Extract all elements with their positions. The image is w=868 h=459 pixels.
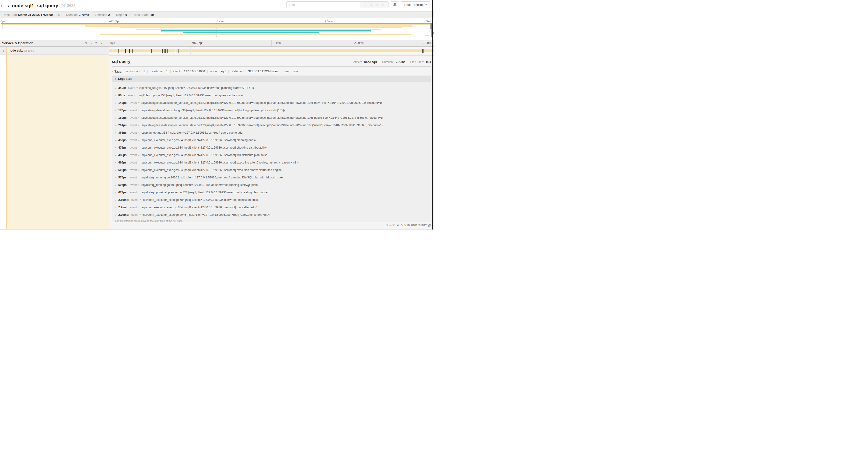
horizontal-scrollbar-track[interactable] xyxy=(0,229,434,230)
back-arrow-icon: ← xyxy=(1,3,4,8)
span-row-name-column[interactable]: ∨ node sql1 sql query xyxy=(0,47,109,55)
clear-find-icon[interactable]: × xyxy=(382,3,384,6)
log-timestamp: 142μs: xyxy=(118,101,128,104)
trace-summary-bar: Trace StartMarch 31 2022, 17:25:09.326Du… xyxy=(0,11,434,18)
log-timestamp: 2.69ms: xyxy=(118,198,129,201)
minimap-span-bar xyxy=(85,25,412,27)
log-row[interactable]: ›2.7ms:event=‹sql/conn_executor_exec.go:… xyxy=(112,204,431,211)
log-timestamp: 495μs: xyxy=(118,161,128,164)
log-row[interactable]: ›366μs:event=‹sql/plan_opt.go:358 [nsql1… xyxy=(112,129,431,136)
chevron-right-icon: › xyxy=(115,139,118,142)
log-row[interactable]: ›486μs:event=‹sql/conn_executor_exec.go:… xyxy=(112,151,431,159)
view-selector-button[interactable]: Trace Timeline ∨ xyxy=(401,1,430,8)
find-controls: ◎ ∧ ∨ × xyxy=(360,2,388,8)
service-operation-header: Service & Operation ∨ › » » || xyxy=(0,40,109,46)
logs-header[interactable]: ∨ Logs (18) xyxy=(112,76,431,82)
log-marker-tick xyxy=(166,49,167,53)
span-children-collapse-icon[interactable]: ∨ xyxy=(2,49,4,52)
back-button[interactable]: ← xyxy=(0,0,5,11)
trace-collapse-icon[interactable]: ∨ xyxy=(7,4,10,8)
span-id-row: SpanID: 4877749850101760812 xyxy=(386,224,431,227)
minimap-span-bar xyxy=(425,35,429,36)
log-row[interactable]: ›2.69ms:event=‹sql/conn_executor_exec.go… xyxy=(112,196,431,204)
log-row[interactable]: ›176μs:event=‹sql/catalog/descs/descript… xyxy=(112,107,431,114)
log-marker-tick xyxy=(125,49,126,53)
span-detail-title: sql query xyxy=(112,59,130,64)
log-marker-tick xyxy=(176,49,176,53)
timeline-tick-label: 0μs xyxy=(111,41,115,44)
minimap-left-scrubber[interactable] xyxy=(3,24,3,29)
summary-item: Services2 xyxy=(95,13,110,17)
column-resize-handle[interactable]: || xyxy=(106,43,107,46)
deep-link-icon[interactable] xyxy=(428,224,431,227)
keyboard-shortcuts-button[interactable]: ⌘ xyxy=(391,1,399,8)
page-header: ← ∨ node sql1: sql query 7418682 ◎ ∧ ∨ ×… xyxy=(0,0,434,11)
log-timestamp: 476μs: xyxy=(118,146,128,149)
log-row[interactable]: ›201μs:event=‹sql/catalog/lease/descript… xyxy=(112,122,431,129)
log-row[interactable]: ›476μs:event=‹sql/conn_executor_exec.go:… xyxy=(112,144,431,151)
log-row[interactable]: ›574μs:event=‹sql/distsql_running.go:142… xyxy=(112,174,431,181)
log-row[interactable]: ›189μs:event=‹sql/catalog/lease/descript… xyxy=(112,114,431,122)
log-row[interactable]: ›678μs:event=‹sql/distsql_physical_plann… xyxy=(112,189,431,196)
log-row[interactable]: ›34μs:event=‹sql/exec_util.go:2297 [nsql… xyxy=(112,84,431,92)
log-timestamp: 597μs: xyxy=(118,183,128,187)
equals-sign: = xyxy=(140,198,141,201)
minimap-span-bar xyxy=(136,29,381,30)
log-row[interactable]: ›597μs:event=‹sql/distsql_running.go:498… xyxy=(112,181,431,189)
log-field-key: event xyxy=(128,86,135,90)
log-marker-tick xyxy=(162,49,163,53)
timeline-tick-column: 697.75μs xyxy=(190,40,272,46)
find-input[interactable] xyxy=(286,2,360,8)
log-row[interactable]: ›495μs:event=‹sql/conn_executor_exec.go:… xyxy=(112,159,431,166)
equals-sign: = xyxy=(138,131,139,134)
detail-meta-value: 2.79ms xyxy=(396,60,406,64)
span-row-timeline[interactable] xyxy=(109,47,434,55)
equals-sign: = xyxy=(138,101,139,104)
log-row[interactable]: ›142μs:event=‹sql/catalog/lease/descript… xyxy=(112,99,431,107)
trace-id: 7418682 xyxy=(61,4,75,8)
collapse-one-icon[interactable]: ∨ xyxy=(85,41,87,44)
log-row[interactable]: ›502μs:event=‹sql/conn_executor_exec.go:… xyxy=(112,166,431,174)
equals-sign: = xyxy=(138,206,139,209)
tag-value: root xyxy=(293,70,299,73)
timeline-tick-label: 697.75μs xyxy=(192,41,204,44)
locate-icon[interactable]: ◎ xyxy=(364,3,366,6)
log-row[interactable]: ›459μs:event=‹sql/conn_executor_exec.go:… xyxy=(112,136,431,144)
log-field-key: event xyxy=(130,161,137,164)
log-marker-tick xyxy=(113,49,113,53)
minimap-right-scrubber[interactable] xyxy=(431,24,431,29)
minimap-time-label: 1.4ms xyxy=(217,20,224,23)
trace-minimap[interactable] xyxy=(1,23,432,37)
summary-label: Total Spans xyxy=(133,13,149,17)
timeline-tick-header: 0μs697.75μs1.4ms2.09ms2.79ms xyxy=(109,40,434,46)
prev-match-icon[interactable]: ∧ xyxy=(370,3,372,6)
summary-label: Trace Start xyxy=(2,13,17,17)
detail-meta-label: Service: xyxy=(352,60,362,64)
minimap-time-label: 2.79ms xyxy=(423,20,432,23)
summary-label: Services xyxy=(95,13,107,17)
span-row[interactable]: ∨ node sql1 sql query xyxy=(0,47,434,55)
chevron-right-icon: › xyxy=(115,131,118,134)
tags-accordian[interactable]: › Tags: _unfinished=1_verbose=1client=12… xyxy=(112,69,431,74)
chevron-right-icon: › xyxy=(115,206,118,209)
tag-key: _unfinished xyxy=(125,70,140,73)
equals-sign: = xyxy=(138,117,139,119)
next-match-icon[interactable]: ∨ xyxy=(376,3,378,6)
tag-value: sql1 xyxy=(221,70,226,73)
tag-item: client=127.0.0.1:59936 xyxy=(173,70,205,73)
log-row[interactable]: ›2.79ms:event=‹sql/conn_executor_exec.go… xyxy=(112,211,431,219)
collapse-all-icon[interactable]: » xyxy=(95,42,98,44)
detail-meta-value: node sql1 xyxy=(364,60,377,64)
expand-all-icon[interactable]: » xyxy=(101,41,103,44)
equals-sign: = xyxy=(138,154,139,157)
chevron-right-icon: › xyxy=(115,146,118,149)
span-detail-row: sql query Service:node sql1Duration:2.79… xyxy=(0,55,434,229)
equals-sign: = xyxy=(138,184,139,186)
log-row[interactable]: ›80μs:event=‹sql/plan_opt.go:358 [nsql1,… xyxy=(112,92,431,99)
expand-one-icon[interactable]: › xyxy=(91,41,92,44)
equals-sign: = xyxy=(291,70,292,73)
log-field-key: event xyxy=(130,183,137,187)
trace-title: node sql1: sql query xyxy=(12,3,58,8)
log-timestamp: 80μs: xyxy=(118,94,126,97)
logs-list: ›34μs:event=‹sql/exec_util.go:2297 [nsql… xyxy=(112,82,431,219)
